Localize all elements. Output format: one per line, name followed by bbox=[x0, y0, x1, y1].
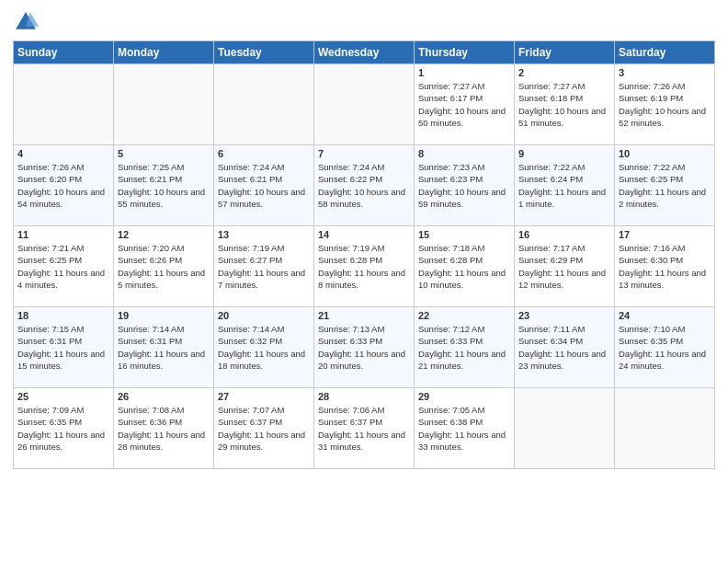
weekday-header-cell: Thursday bbox=[415, 41, 515, 64]
calendar-day-cell bbox=[615, 388, 715, 469]
calendar-day-cell: 10Sunrise: 7:22 AM Sunset: 6:25 PM Dayli… bbox=[615, 145, 715, 226]
calendar-day-cell: 3Sunrise: 7:26 AM Sunset: 6:19 PM Daylig… bbox=[615, 64, 715, 145]
day-number: 28 bbox=[318, 391, 410, 402]
day-number: 9 bbox=[518, 148, 610, 159]
day-info: Sunrise: 7:27 AM Sunset: 6:17 PM Dayligh… bbox=[418, 80, 510, 129]
logo-icon bbox=[13, 9, 39, 35]
header bbox=[13, 9, 715, 35]
day-info: Sunrise: 7:13 AM Sunset: 6:33 PM Dayligh… bbox=[318, 323, 410, 372]
calendar-day-cell: 12Sunrise: 7:20 AM Sunset: 6:26 PM Dayli… bbox=[114, 226, 214, 307]
calendar-day-cell: 26Sunrise: 7:08 AM Sunset: 6:36 PM Dayli… bbox=[114, 388, 214, 469]
calendar-week-row: 18Sunrise: 7:15 AM Sunset: 6:31 PM Dayli… bbox=[14, 307, 715, 388]
day-number: 5 bbox=[118, 148, 210, 159]
day-number: 7 bbox=[318, 148, 410, 159]
calendar-day-cell: 23Sunrise: 7:11 AM Sunset: 6:34 PM Dayli… bbox=[515, 307, 615, 388]
day-number: 29 bbox=[418, 391, 510, 402]
weekday-header-row: SundayMondayTuesdayWednesdayThursdayFrid… bbox=[14, 41, 715, 64]
day-number: 10 bbox=[619, 148, 711, 159]
logo bbox=[13, 9, 42, 35]
day-number: 6 bbox=[218, 148, 310, 159]
day-number: 11 bbox=[17, 229, 109, 240]
day-number: 2 bbox=[518, 67, 610, 78]
day-info: Sunrise: 7:24 AM Sunset: 6:22 PM Dayligh… bbox=[318, 161, 410, 210]
weekday-header-cell: Sunday bbox=[14, 41, 114, 64]
calendar-day-cell: 13Sunrise: 7:19 AM Sunset: 6:27 PM Dayli… bbox=[214, 226, 314, 307]
day-info: Sunrise: 7:19 AM Sunset: 6:28 PM Dayligh… bbox=[318, 242, 410, 291]
day-info: Sunrise: 7:15 AM Sunset: 6:31 PM Dayligh… bbox=[17, 323, 109, 372]
calendar-day-cell: 8Sunrise: 7:23 AM Sunset: 6:23 PM Daylig… bbox=[415, 145, 515, 226]
day-info: Sunrise: 7:11 AM Sunset: 6:34 PM Dayligh… bbox=[518, 323, 610, 372]
weekday-header-cell: Wednesday bbox=[314, 41, 415, 64]
day-number: 14 bbox=[318, 229, 410, 240]
calendar-day-cell: 25Sunrise: 7:09 AM Sunset: 6:35 PM Dayli… bbox=[14, 388, 114, 469]
day-info: Sunrise: 7:19 AM Sunset: 6:27 PM Dayligh… bbox=[218, 242, 310, 291]
calendar-day-cell: 11Sunrise: 7:21 AM Sunset: 6:25 PM Dayli… bbox=[14, 226, 114, 307]
day-number: 16 bbox=[518, 229, 610, 240]
calendar-day-cell bbox=[314, 64, 415, 145]
day-number: 23 bbox=[518, 310, 610, 321]
day-info: Sunrise: 7:08 AM Sunset: 6:36 PM Dayligh… bbox=[118, 404, 210, 453]
weekday-header-cell: Friday bbox=[515, 41, 615, 64]
calendar-day-cell: 28Sunrise: 7:06 AM Sunset: 6:37 PM Dayli… bbox=[314, 388, 415, 469]
day-info: Sunrise: 7:14 AM Sunset: 6:31 PM Dayligh… bbox=[118, 323, 210, 372]
day-number: 13 bbox=[218, 229, 310, 240]
calendar-day-cell: 22Sunrise: 7:12 AM Sunset: 6:33 PM Dayli… bbox=[415, 307, 515, 388]
day-info: Sunrise: 7:05 AM Sunset: 6:38 PM Dayligh… bbox=[418, 404, 510, 453]
weekday-header-cell: Saturday bbox=[615, 41, 715, 64]
day-info: Sunrise: 7:12 AM Sunset: 6:33 PM Dayligh… bbox=[418, 323, 510, 372]
calendar-day-cell: 6Sunrise: 7:24 AM Sunset: 6:21 PM Daylig… bbox=[214, 145, 314, 226]
day-info: Sunrise: 7:14 AM Sunset: 6:32 PM Dayligh… bbox=[218, 323, 310, 372]
day-number: 25 bbox=[17, 391, 109, 402]
calendar-day-cell: 7Sunrise: 7:24 AM Sunset: 6:22 PM Daylig… bbox=[314, 145, 415, 226]
day-number: 17 bbox=[619, 229, 711, 240]
calendar-day-cell: 9Sunrise: 7:22 AM Sunset: 6:24 PM Daylig… bbox=[515, 145, 615, 226]
calendar-day-cell: 15Sunrise: 7:18 AM Sunset: 6:28 PM Dayli… bbox=[415, 226, 515, 307]
calendar-day-cell: 16Sunrise: 7:17 AM Sunset: 6:29 PM Dayli… bbox=[515, 226, 615, 307]
calendar-week-row: 1Sunrise: 7:27 AM Sunset: 6:17 PM Daylig… bbox=[14, 64, 715, 145]
calendar-day-cell: 17Sunrise: 7:16 AM Sunset: 6:30 PM Dayli… bbox=[615, 226, 715, 307]
day-info: Sunrise: 7:09 AM Sunset: 6:35 PM Dayligh… bbox=[17, 404, 109, 453]
day-number: 27 bbox=[218, 391, 310, 402]
day-number: 18 bbox=[17, 310, 109, 321]
calendar-body: 1Sunrise: 7:27 AM Sunset: 6:17 PM Daylig… bbox=[14, 64, 715, 469]
page: SundayMondayTuesdayWednesdayThursdayFrid… bbox=[0, 0, 728, 563]
calendar-day-cell bbox=[14, 64, 114, 145]
day-number: 4 bbox=[17, 148, 109, 159]
day-info: Sunrise: 7:27 AM Sunset: 6:18 PM Dayligh… bbox=[518, 80, 610, 129]
day-info: Sunrise: 7:10 AM Sunset: 6:35 PM Dayligh… bbox=[619, 323, 711, 372]
day-info: Sunrise: 7:25 AM Sunset: 6:21 PM Dayligh… bbox=[118, 161, 210, 210]
calendar-day-cell bbox=[214, 64, 314, 145]
calendar-day-cell: 5Sunrise: 7:25 AM Sunset: 6:21 PM Daylig… bbox=[114, 145, 214, 226]
calendar-day-cell: 29Sunrise: 7:05 AM Sunset: 6:38 PM Dayli… bbox=[415, 388, 515, 469]
day-info: Sunrise: 7:21 AM Sunset: 6:25 PM Dayligh… bbox=[17, 242, 109, 291]
calendar-day-cell bbox=[515, 388, 615, 469]
day-number: 19 bbox=[118, 310, 210, 321]
day-info: Sunrise: 7:17 AM Sunset: 6:29 PM Dayligh… bbox=[518, 242, 610, 291]
day-info: Sunrise: 7:26 AM Sunset: 6:20 PM Dayligh… bbox=[17, 161, 109, 210]
day-number: 22 bbox=[418, 310, 510, 321]
day-number: 1 bbox=[418, 67, 510, 78]
day-info: Sunrise: 7:22 AM Sunset: 6:25 PM Dayligh… bbox=[619, 161, 711, 210]
calendar-day-cell: 19Sunrise: 7:14 AM Sunset: 6:31 PM Dayli… bbox=[114, 307, 214, 388]
day-info: Sunrise: 7:18 AM Sunset: 6:28 PM Dayligh… bbox=[418, 242, 510, 291]
day-number: 15 bbox=[418, 229, 510, 240]
day-info: Sunrise: 7:07 AM Sunset: 6:37 PM Dayligh… bbox=[218, 404, 310, 453]
day-info: Sunrise: 7:24 AM Sunset: 6:21 PM Dayligh… bbox=[218, 161, 310, 210]
day-number: 20 bbox=[218, 310, 310, 321]
calendar-day-cell: 27Sunrise: 7:07 AM Sunset: 6:37 PM Dayli… bbox=[214, 388, 314, 469]
day-info: Sunrise: 7:06 AM Sunset: 6:37 PM Dayligh… bbox=[318, 404, 410, 453]
day-info: Sunrise: 7:26 AM Sunset: 6:19 PM Dayligh… bbox=[619, 80, 711, 129]
calendar-day-cell: 14Sunrise: 7:19 AM Sunset: 6:28 PM Dayli… bbox=[314, 226, 415, 307]
calendar-day-cell bbox=[114, 64, 214, 145]
day-number: 26 bbox=[118, 391, 210, 402]
calendar-week-row: 25Sunrise: 7:09 AM Sunset: 6:35 PM Dayli… bbox=[14, 388, 715, 469]
day-info: Sunrise: 7:23 AM Sunset: 6:23 PM Dayligh… bbox=[418, 161, 510, 210]
calendar-day-cell: 4Sunrise: 7:26 AM Sunset: 6:20 PM Daylig… bbox=[14, 145, 114, 226]
day-number: 24 bbox=[619, 310, 711, 321]
calendar-day-cell: 2Sunrise: 7:27 AM Sunset: 6:18 PM Daylig… bbox=[515, 64, 615, 145]
calendar-week-row: 11Sunrise: 7:21 AM Sunset: 6:25 PM Dayli… bbox=[14, 226, 715, 307]
day-number: 3 bbox=[619, 67, 711, 78]
calendar: SundayMondayTuesdayWednesdayThursdayFrid… bbox=[13, 40, 715, 469]
day-info: Sunrise: 7:20 AM Sunset: 6:26 PM Dayligh… bbox=[118, 242, 210, 291]
calendar-day-cell: 24Sunrise: 7:10 AM Sunset: 6:35 PM Dayli… bbox=[615, 307, 715, 388]
